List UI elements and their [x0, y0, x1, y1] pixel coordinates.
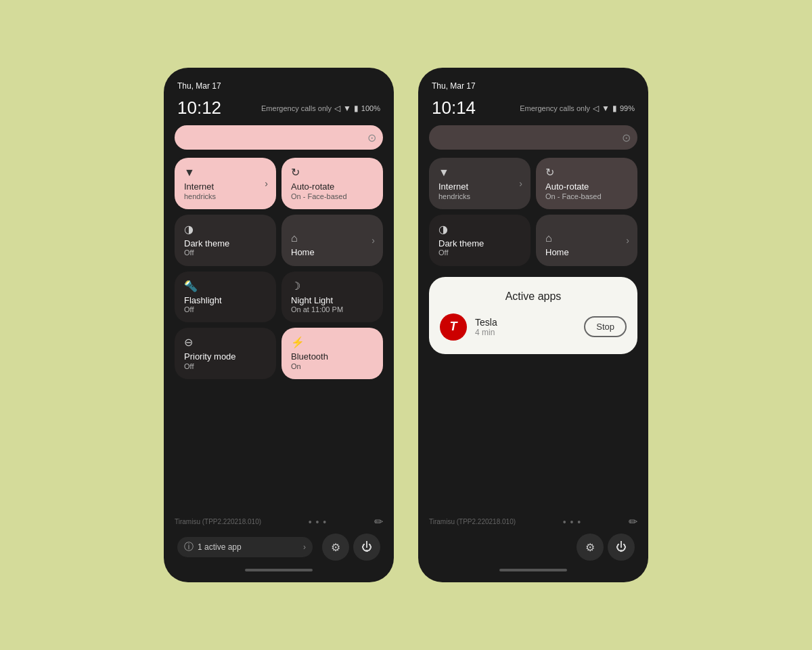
halfcircle-tile-icon-r: ◑: [438, 223, 521, 236]
power-icon-right: ⏻: [616, 541, 627, 553]
dots-right: • • •: [563, 517, 581, 527]
active-apps-modal: Active apps T Tesla 4 min Stop: [429, 277, 637, 354]
power-btn-left[interactable]: ⏻: [353, 534, 380, 561]
chevron-icon-r: ›: [519, 178, 522, 189]
priority-title: Priority mode: [184, 351, 267, 362]
tesla-t-letter: T: [450, 320, 457, 334]
battery-pct-left: 100%: [361, 104, 380, 112]
power-icon-left: ⏻: [361, 541, 372, 553]
active-app-text: 1 active app: [198, 542, 242, 552]
time-right: 10:14: [432, 98, 476, 118]
moon-tile-icon: ☽: [291, 280, 374, 292]
internet-subtitle-r: hendricks: [438, 192, 521, 201]
brightness-row-left[interactable]: ⊙: [175, 125, 383, 150]
bottom-bar-left: Tiramisu (TPP2.220218.010) • • • ✏: [175, 508, 383, 528]
page-wrapper: Thu, Mar 17 10:12 Emergency calls only ◁…: [137, 41, 675, 609]
phone-right: Thu, Mar 17 10:14 Emergency calls only ◁…: [418, 68, 648, 582]
info-icon-left: ⓘ: [184, 541, 194, 553]
battery-icon-right: ▮: [612, 104, 617, 113]
brightness-track-right[interactable]: ⊙: [429, 125, 637, 150]
tile-autorotate-right[interactable]: ↻ Auto-rotate On - Face-based: [536, 158, 637, 209]
tesla-logo: T: [440, 313, 467, 341]
flashlight-title: Flashlight: [184, 295, 267, 306]
build-info-left: Tiramisu (TPP2.220218.010): [175, 518, 261, 525]
app-name-tesla: Tesla: [475, 317, 576, 328]
tiles-grid-right: ▼ Internet hendricks › ↻ Auto-rotate On …: [429, 158, 637, 266]
home-tile-icon-r: ⌂: [545, 232, 628, 244]
signal-icon-left: ◁: [334, 104, 340, 113]
wifi-icon-left: ▼: [343, 104, 351, 113]
home-title-r: Home: [545, 247, 628, 258]
dots-left: • • •: [309, 517, 327, 527]
app-row-tesla: T Tesla 4 min Stop: [440, 313, 627, 341]
emergency-right: Emergency calls only: [520, 104, 590, 112]
tile-bluetooth-left[interactable]: ⚡ Bluetooth On: [281, 328, 383, 379]
internet-subtitle: hendricks: [184, 192, 267, 201]
rotate-tile-icon: ↻: [291, 166, 374, 179]
app-time-tesla: 4 min: [475, 328, 576, 337]
settings-icon-right: ⚙: [585, 541, 595, 554]
tile-home-right[interactable]: ⌂ Home ›: [536, 215, 637, 266]
bt-tile-icon: ⚡: [291, 336, 374, 349]
home-title: Home: [291, 247, 374, 258]
tile-flashlight-left[interactable]: 🔦 Flashlight Off: [175, 272, 276, 323]
date-right: Thu, Mar 17: [432, 81, 476, 91]
tile-darktheme-left[interactable]: ◑ Dark theme Off: [175, 215, 276, 266]
priority-subtitle: Off: [184, 362, 267, 371]
emergency-left: Emergency calls only: [261, 104, 332, 112]
brightness-row-right[interactable]: ⊙: [429, 125, 637, 150]
settings-icon-left: ⚙: [331, 541, 340, 554]
app-info-tesla: Tesla 4 min: [475, 317, 576, 337]
bottom-actions-right: ⚙ ⏻: [429, 528, 637, 563]
home-pill-left: [245, 569, 313, 571]
build-info-right: Tiramisu (TPP2.220218.010): [429, 518, 516, 525]
bluetooth-title: Bluetooth: [291, 351, 374, 362]
brightness-icon-left: ⊙: [367, 131, 376, 144]
autorotate-title: Auto-rotate: [291, 181, 374, 192]
tile-home-left[interactable]: ⌂ Home ›: [281, 215, 383, 266]
autorotate-subtitle: On - Face-based: [291, 192, 374, 201]
wifi-tile-icon: ▼: [184, 167, 267, 179]
settings-btn-right[interactable]: ⚙: [577, 534, 604, 561]
wifi-tile-icon-r: ▼: [438, 167, 521, 179]
tile-nightlight-left[interactable]: ☽ Night Light On at 11:00 PM: [281, 272, 383, 323]
settings-btn-left[interactable]: ⚙: [322, 534, 349, 561]
home-pill-right: [499, 569, 567, 571]
edit-icon-right[interactable]: ✏: [629, 515, 637, 528]
priority-tile-icon: ⊖: [184, 336, 267, 349]
tile-internet-left[interactable]: ▼ Internet hendricks ›: [175, 158, 276, 209]
stop-button[interactable]: Stop: [584, 316, 627, 337]
power-btn-right[interactable]: ⏻: [608, 534, 635, 561]
bluetooth-subtitle: On: [291, 362, 374, 371]
status-bar-right: Thu, Mar 17: [429, 81, 637, 96]
home-chevron-r: ›: [626, 235, 629, 246]
home-tile-icon: ⌂: [291, 232, 374, 244]
signal-icon-right: ◁: [593, 104, 599, 113]
tile-internet-right[interactable]: ▼ Internet hendricks ›: [429, 158, 531, 209]
status-right-right: Emergency calls only ◁ ▼ ▮ 99%: [520, 104, 635, 113]
tile-prioritymode-left[interactable]: ⊖ Priority mode Off: [175, 328, 276, 379]
darktheme-title: Dark theme: [184, 238, 267, 249]
internet-title-r: Internet: [438, 181, 521, 192]
status-bar-left: Thu, Mar 17: [175, 81, 383, 96]
bottom-bar-right: Tiramisu (TPP2.220218.010) • • • ✏: [429, 508, 637, 528]
tile-darktheme-right[interactable]: ◑ Dark theme Off: [429, 215, 531, 266]
internet-title: Internet: [184, 181, 267, 192]
phone-left: Thu, Mar 17 10:12 Emergency calls only ◁…: [164, 68, 394, 582]
active-apps-title: Active apps: [440, 290, 627, 303]
autorotate-subtitle-r: On - Face-based: [545, 192, 628, 201]
nightlight-title: Night Light: [291, 295, 374, 306]
edit-icon-left[interactable]: ✏: [374, 515, 383, 528]
brightness-track-left[interactable]: ⊙: [175, 125, 383, 150]
darktheme-subtitle-r: Off: [438, 248, 521, 257]
status-right-left: Emergency calls only ◁ ▼ ▮ 100%: [261, 104, 380, 113]
brightness-icon-right: ⊙: [622, 131, 631, 144]
active-app-bar[interactable]: ⓘ 1 active app ›: [177, 537, 313, 557]
time-left: 10:12: [177, 98, 221, 118]
autorotate-title-r: Auto-rotate: [545, 181, 628, 192]
tile-autorotate-left[interactable]: ↻ Auto-rotate On - Face-based: [281, 158, 383, 209]
halfcircle-tile-icon: ◑: [184, 223, 267, 236]
time-bar-right: 10:14 Emergency calls only ◁ ▼ ▮ 99%: [429, 96, 637, 125]
battery-pct-right: 99%: [620, 104, 635, 112]
date-left: Thu, Mar 17: [177, 81, 221, 91]
